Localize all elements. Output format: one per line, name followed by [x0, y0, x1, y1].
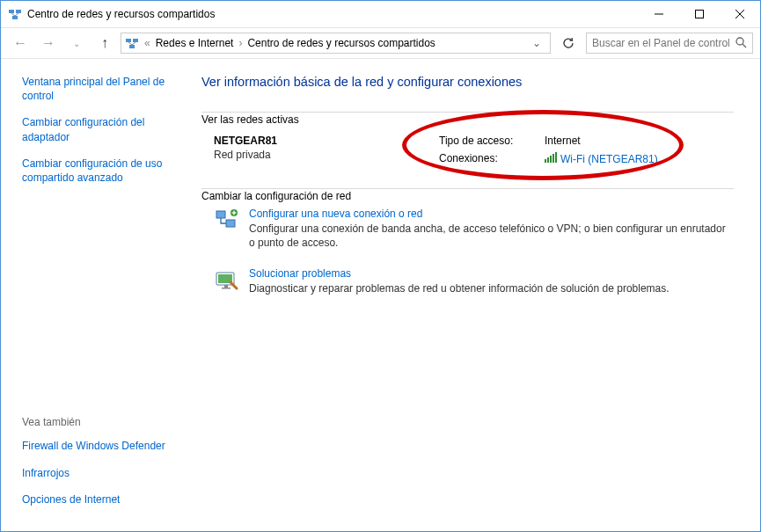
window: Centro de redes y recursos compartidos ←…	[0, 0, 761, 532]
window-controls	[639, 1, 760, 27]
sidebar-footer-heading: Vea también	[22, 416, 173, 428]
access-type-value: Internet	[545, 135, 581, 147]
access-type-label: Tipo de acceso:	[439, 135, 527, 147]
section-legend: Cambiar la configuración de red	[201, 190, 356, 202]
network-name: NETGEAR81	[214, 135, 439, 147]
task-troubleshoot: Solucionar problemas Diagnosticar y repa…	[201, 262, 734, 308]
network-identity: NETGEAR81 Red privada	[201, 135, 439, 165]
titlebar: Centro de redes y recursos compartidos	[1, 1, 760, 27]
connection-link[interactable]: Wi-Fi (NETGEAR81)	[545, 152, 658, 165]
wifi-signal-icon	[545, 152, 557, 163]
breadcrumb-part[interactable]: Redes e Internet	[152, 37, 238, 49]
main-content: Ver información básica de la red y confi…	[186, 59, 760, 531]
svg-line-12	[128, 42, 132, 45]
task-title-link[interactable]: Solucionar problemas	[249, 267, 670, 280]
network-details: Tipo de acceso: Internet Conexiones: Wi-…	[439, 135, 658, 165]
recent-dropdown[interactable]: ⌄	[64, 31, 89, 55]
svg-rect-1	[16, 10, 21, 13]
network-center-icon	[125, 36, 139, 50]
task-new-connection: Configurar una nueva conexión o red Conf…	[201, 202, 734, 262]
svg-line-3	[11, 13, 15, 16]
section-legend: Ver las redes activas	[201, 113, 304, 126]
search-icon[interactable]	[735, 36, 747, 51]
network-type: Red privada	[214, 149, 439, 161]
svg-rect-9	[126, 39, 131, 42]
svg-line-15	[743, 44, 746, 47]
up-button[interactable]: ↑	[92, 31, 117, 55]
svg-rect-2	[12, 16, 18, 19]
svg-rect-10	[133, 39, 138, 42]
window-title: Centro de redes y recursos compartidos	[27, 8, 639, 20]
breadcrumb-part[interactable]: Centro de redes y recursos compartidos	[244, 37, 438, 49]
page-title: Ver información básica de la red y confi…	[201, 75, 734, 89]
forward-button[interactable]: →	[36, 31, 61, 55]
breadcrumb[interactable]: « Redes e Internet › Centro de redes y r…	[121, 33, 551, 54]
svg-line-13	[132, 42, 135, 45]
back-button[interactable]: ←	[8, 31, 33, 55]
search-input[interactable]	[592, 37, 735, 49]
address-dropdown[interactable]: ⌄	[527, 37, 546, 49]
svg-rect-11	[129, 45, 135, 48]
toolbar: ← → ⌄ ↑ « Redes e Internet › Centro de r…	[1, 27, 760, 59]
sidebar-link-sharing-settings[interactable]: Cambiar configuración de uso compartido …	[22, 157, 173, 185]
sidebar-link-internet-options[interactable]: Opciones de Internet	[22, 492, 173, 506]
minimize-button[interactable]	[639, 1, 679, 27]
svg-point-14	[736, 38, 743, 45]
svg-rect-6	[696, 11, 704, 18]
active-networks-section: Ver las redes activas NETGEAR81 Red priv…	[201, 105, 734, 181]
svg-rect-24	[222, 288, 230, 289]
chevron-right-icon: ›	[237, 37, 244, 49]
change-settings-section: Cambiar la configuración de red Configur…	[201, 181, 734, 324]
sidebar-link-firewall[interactable]: Firewall de Windows Defender	[22, 439, 173, 453]
network-center-icon	[8, 7, 22, 21]
maximize-button[interactable]	[679, 1, 720, 27]
sidebar: Ventana principal del Panel de control C…	[1, 59, 186, 531]
task-description: Diagnosticar y reparar problemas de red …	[249, 281, 670, 295]
svg-rect-17	[226, 220, 235, 227]
new-connection-icon	[214, 208, 238, 232]
svg-rect-23	[224, 285, 228, 288]
svg-rect-16	[216, 211, 225, 218]
svg-line-4	[15, 13, 18, 16]
svg-rect-0	[9, 10, 14, 13]
connections-label: Conexiones:	[439, 152, 527, 165]
task-title-link[interactable]: Configurar una nueva conexión o red	[249, 208, 734, 220]
close-button[interactable]	[720, 1, 760, 27]
troubleshoot-icon	[214, 267, 238, 292]
sidebar-link-infrared[interactable]: Infrarrojos	[22, 466, 173, 480]
refresh-button[interactable]	[558, 33, 579, 54]
body-area: Ventana principal del Panel de control C…	[1, 59, 760, 531]
sidebar-link-main-panel[interactable]: Ventana principal del Panel de control	[22, 75, 173, 103]
chevron-right-icon[interactable]: «	[143, 37, 152, 49]
sidebar-link-adapter-settings[interactable]: Cambiar configuración del adaptador	[22, 115, 173, 143]
connection-value: Wi-Fi (NETGEAR81)	[560, 153, 658, 165]
search-box[interactable]	[586, 33, 753, 54]
task-description: Configurar una conexión de banda ancha, …	[249, 222, 734, 250]
